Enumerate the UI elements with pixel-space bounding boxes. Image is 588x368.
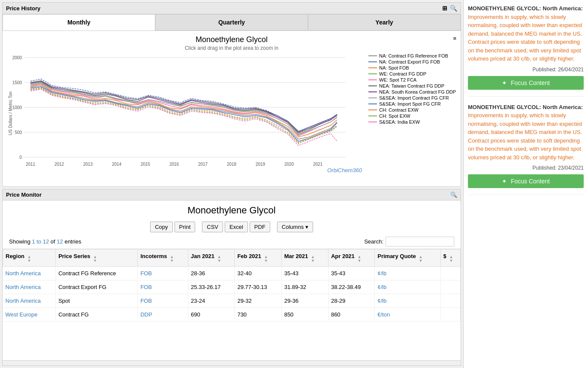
cell-price-series-3: Contract FG — [56, 308, 138, 322]
tab-yearly[interactable]: Yearly — [308, 14, 461, 30]
legend-label-11: S&SEA: India EXW — [379, 119, 420, 125]
article-0-date: 26/04/2021 — [558, 67, 584, 73]
monitor-search-icon[interactable]: 🔍 — [450, 192, 457, 198]
chart-title: Monoethylene Glycol — [7, 35, 456, 44]
cell-region-1: North America — [3, 280, 56, 294]
col-jan2021[interactable]: Jan 2021 ▲▼ — [188, 249, 235, 267]
chart-area: Monoethylene Glycol Click and drag in th… — [3, 31, 461, 186]
search-input[interactable] — [386, 237, 454, 246]
legend-item-5: NEA: Taiwan Contract FG DDP — [368, 83, 456, 88]
chart-subtitle: Click and drag in the plot area to zoom … — [7, 45, 456, 51]
cell-price-series-2: Spot — [56, 294, 138, 308]
legend-color-7 — [368, 97, 377, 98]
excel-button[interactable]: Excel — [225, 222, 248, 232]
focus-content-button-1[interactable]: ✦ Focus Content — [468, 174, 584, 188]
grid-icon[interactable]: ⊞ — [442, 5, 447, 12]
article-0-heading: MONOETHYLENE GLYCOL: North America: — [468, 5, 583, 12]
legend-item-8: S&SEA: Import Spot FG CFR — [368, 101, 456, 106]
header-row: Region ▲▼ Price Series ▲▼ Incoterms ▲▼ J… — [3, 249, 461, 267]
legend-color-3 — [368, 73, 377, 74]
svg-text:2019: 2019 — [256, 162, 265, 167]
col-primary-quote[interactable]: Primary Quote ▲▼ — [375, 249, 440, 267]
showing-total[interactable]: 12 — [57, 238, 63, 245]
columns-label: Columns — [282, 224, 304, 230]
tabs-container: Monthly Quarterly Yearly — [3, 14, 461, 31]
print-button[interactable]: Print — [175, 222, 196, 232]
right-panel: MONOETHYLENE GLYCOL: North America: Impr… — [463, 0, 588, 368]
price-table: Region ▲▼ Price Series ▲▼ Incoterms ▲▼ J… — [3, 249, 461, 322]
table-container[interactable]: Region ▲▼ Price Series ▲▼ Incoterms ▲▼ J… — [3, 249, 461, 360]
table-row: North America Spot FOB 23-24 29-32 29-36… — [3, 294, 461, 308]
table-row: North America Contract FG Reference FOB … — [3, 267, 461, 280]
legend-label-5: NEA: Taiwan Contract FG DDP — [379, 83, 444, 88]
svg-text:2000: 2000 — [12, 55, 22, 60]
region-link-2[interactable]: North America — [6, 298, 41, 304]
tab-monthly[interactable]: Monthly — [3, 14, 155, 30]
col-apr2021[interactable]: Apr 2021 ▲▼ — [328, 249, 374, 267]
showing-text: Showing — [9, 238, 32, 245]
cell-jan-3: 690 — [188, 308, 235, 322]
legend-item-2: NA: Spot FOB — [368, 65, 456, 70]
search-box: Search: — [364, 237, 454, 246]
search-icon[interactable]: 🔍 — [450, 5, 457, 12]
showing-range[interactable]: 1 to 12 — [32, 238, 49, 245]
col-feb2021[interactable]: Feb 2021 ▲▼ — [235, 249, 281, 267]
cell-unit-3 — [440, 308, 460, 322]
cell-price-series-1: Contract Export FG — [56, 280, 138, 294]
legend-item-7: S&SEA: Import Contract FG CFR — [368, 95, 456, 100]
cell-incoterms-2: FOB — [138, 294, 188, 308]
cell-incoterms-0: FOB — [138, 267, 188, 280]
focus-label-1: Focus Content — [511, 178, 550, 185]
cell-feb-1: 29.77-30.13 — [235, 280, 281, 294]
region-link-1[interactable]: North America — [6, 284, 41, 290]
showing-of: of — [49, 238, 57, 245]
cell-pq-2: ¢/lb — [375, 294, 440, 308]
monitor-header-icons: 🔍 — [450, 192, 457, 198]
legend-color-11 — [368, 122, 377, 122]
legend-label-1: NA: Contract Export FG FOB — [379, 59, 440, 64]
legend-color-0 — [368, 55, 377, 56]
focus-label-0: Focus Content — [511, 79, 550, 86]
svg-text:2015: 2015 — [141, 162, 151, 167]
cell-price-series-0: Contract FG Reference — [56, 267, 138, 280]
price-history-header: Price History ⊞ 🔍 — [3, 3, 461, 14]
csv-button[interactable]: CSV — [202, 222, 223, 232]
tab-quarterly[interactable]: Quarterly — [155, 14, 308, 30]
svg-text:2021: 2021 — [313, 162, 323, 167]
toolbar-separator — [197, 222, 200, 232]
cell-jan-1: 25.33-26.17 — [188, 280, 235, 294]
chart-svg-container: US Dollars / Metric Ton 2000 1500 1000 5… — [7, 53, 366, 173]
cell-region-2: North America — [3, 294, 56, 308]
scrollbar-bottom[interactable] — [3, 360, 461, 365]
cell-mar-3: 850 — [281, 308, 328, 322]
article-0-published: Published: 26/04/2021 — [468, 67, 584, 73]
price-history-title: Price History — [6, 5, 40, 12]
table-info-row: Showing 1 to 12 of 12 entries Search: — [3, 234, 461, 249]
pdf-button[interactable]: PDF — [250, 222, 270, 232]
col-price-series[interactable]: Price Series ▲▼ — [56, 249, 138, 267]
col-mar2021[interactable]: Mar 2021 ▲▼ — [281, 249, 328, 267]
chart-menu-icon[interactable]: ≡ — [453, 35, 456, 42]
legend-label-4: WE: Spot T2 FCA — [379, 77, 416, 82]
copy-button[interactable]: Copy — [150, 222, 172, 232]
region-link-0[interactable]: North America — [6, 270, 41, 277]
col-region[interactable]: Region ▲▼ — [3, 249, 56, 267]
svg-text:2012: 2012 — [54, 162, 64, 167]
article-0-text: MONOETHYLENE GLYCOL: North America: Impr… — [468, 4, 584, 63]
focus-content-button-0[interactable]: ✦ Focus Content — [468, 76, 584, 90]
svg-text:0: 0 — [19, 155, 22, 160]
col-incoterms[interactable]: Incoterms ▲▼ — [138, 249, 188, 267]
article-1: MONOETHYLENE GLYCOL: North America: Impr… — [468, 103, 584, 195]
legend-color-10 — [368, 116, 377, 116]
columns-button[interactable]: Columns ▾ — [277, 222, 313, 232]
region-link-3[interactable]: West Europe — [6, 311, 38, 318]
cell-apr-2: 28-29 — [328, 294, 374, 308]
table-header: Region ▲▼ Price Series ▲▼ Incoterms ▲▼ J… — [3, 249, 461, 267]
svg-text:2020: 2020 — [284, 162, 294, 167]
price-monitor-panel: Price Monitor 🔍 Monoethylene Glycol Copy… — [2, 189, 461, 366]
price-monitor-header: Price Monitor 🔍 — [3, 189, 461, 201]
svg-text:2016: 2016 — [169, 162, 179, 167]
col-unit[interactable]: $ ▲▼ — [440, 249, 460, 267]
cell-pq-3: €/ton — [375, 308, 440, 322]
cell-incoterms-3: DDP — [138, 308, 188, 322]
